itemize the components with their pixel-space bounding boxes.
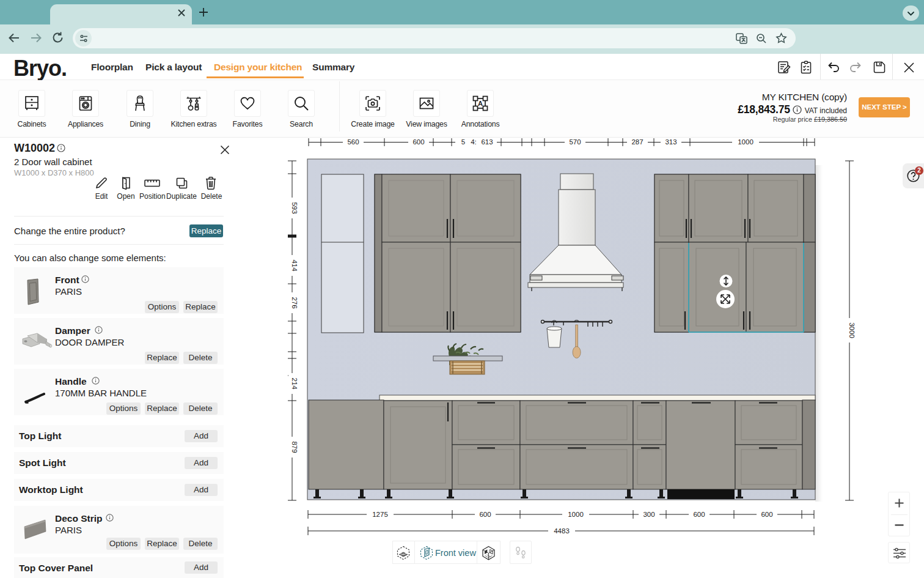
svg-text:4:: 4: — [471, 138, 477, 146]
svg-text:1000: 1000 — [738, 138, 754, 146]
svg-text:1000: 1000 — [568, 511, 584, 518]
svg-text:300: 300 — [643, 511, 654, 518]
svg-text:5: 5 — [461, 138, 465, 146]
svg-text:414: 414 — [291, 259, 298, 272]
svg-text:A: A — [478, 100, 483, 107]
svg-text:879: 879 — [291, 441, 298, 453]
svg-text:600: 600 — [479, 511, 491, 518]
svg-text:600: 600 — [413, 138, 424, 146]
svg-text:214: 214 — [291, 377, 298, 390]
svg-text:593: 593 — [291, 202, 298, 213]
svg-text:313: 313 — [665, 138, 676, 146]
svg-text:1275: 1275 — [372, 511, 388, 518]
svg-text:560: 560 — [347, 138, 359, 146]
svg-text:570: 570 — [569, 138, 581, 146]
svg-text:276: 276 — [291, 297, 298, 308]
svg-text:600: 600 — [761, 511, 772, 518]
svg-text:613: 613 — [481, 138, 493, 146]
svg-text:3000: 3000 — [848, 322, 856, 338]
svg-text:4483: 4483 — [554, 527, 570, 535]
svg-text:600: 600 — [693, 511, 705, 518]
svg-text:287: 287 — [631, 138, 643, 146]
